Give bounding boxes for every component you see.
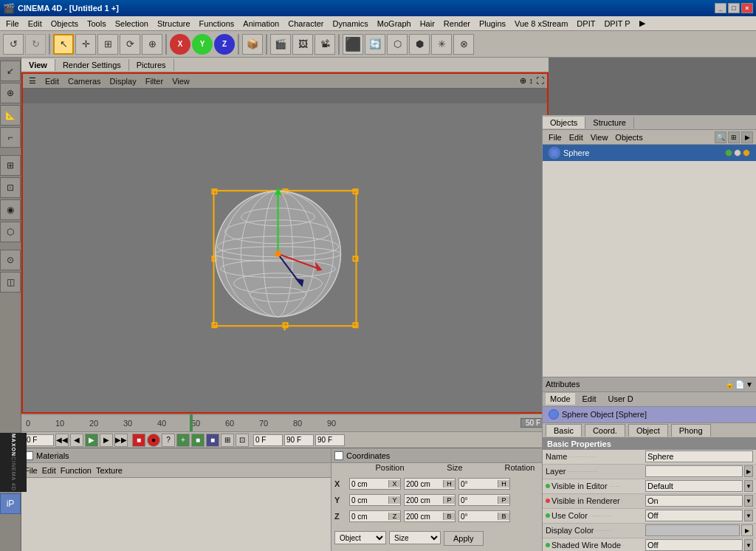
rec-btn[interactable]: ● [147, 434, 160, 447]
frame-start-input[interactable] [24, 434, 54, 446]
sidebar-btn-1[interactable]: ↙ [0, 61, 21, 81]
menu-dpitp[interactable]: DPIT P [599, 18, 634, 30]
attr-userd-btn[interactable]: User D [604, 393, 638, 405]
sidebar-btn-9[interactable]: ⊙ [0, 250, 21, 270]
axis-z[interactable]: Z [214, 34, 235, 55]
vp-menu-view[interactable]: View [169, 77, 193, 86]
frame-end-input[interactable] [284, 434, 314, 446]
sidebar-btn-7[interactable]: ◉ [0, 199, 21, 220]
filter-icon[interactable]: ⊞ [728, 131, 740, 143]
redo-button[interactable]: ↻ [25, 34, 46, 55]
render-btn3[interactable]: 📽 [315, 34, 335, 55]
layer-arrow[interactable]: ▶ [744, 465, 753, 477]
display-color-swatch[interactable] [645, 524, 740, 536]
pos-y-input[interactable] [350, 494, 388, 506]
shaded-wire-mode-arrow[interactable]: ▼ [744, 539, 753, 551]
menu-tools[interactable]: Tools [83, 18, 111, 30]
pb-btn7[interactable]: ⊞ [221, 434, 234, 447]
display-color-arrow[interactable]: ▶ [741, 524, 753, 536]
pos-x-arrow[interactable]: X [388, 480, 400, 487]
menu-dynamics[interactable]: Dynamics [329, 18, 373, 30]
dot-extra[interactable] [743, 149, 750, 157]
undo-button[interactable]: ↺ [3, 34, 24, 55]
attr-tab-coord[interactable]: Coord. [585, 424, 625, 437]
render-region[interactable]: 📦 [242, 34, 263, 55]
render-btn2[interactable]: 🖼 [292, 34, 313, 55]
layer-field[interactable] [645, 465, 743, 477]
sidebar-btn-4[interactable]: ⌐ [0, 127, 21, 148]
rot-x-input[interactable] [459, 478, 498, 490]
play-button[interactable]: ▶ [85, 434, 98, 447]
tab-render-settings[interactable]: Render Settings [55, 59, 129, 71]
menu-objects[interactable]: Objects [47, 18, 83, 30]
tool-rotate[interactable]: ⟳ [120, 34, 140, 55]
attr-tab-phong[interactable]: Phong [671, 424, 711, 437]
vp-move-icon[interactable]: ⊕ [520, 76, 526, 86]
maximize-button[interactable]: □ [728, 3, 740, 13]
axis-x[interactable]: X [170, 34, 190, 55]
prev-frame[interactable]: ◀ [70, 434, 83, 447]
list-item-sphere[interactable]: Sphere [543, 145, 756, 161]
sidebar-btn-ip[interactable]: iP [0, 493, 21, 514]
tab-objects[interactable]: Objects [543, 117, 585, 129]
handle-br[interactable] [353, 322, 359, 328]
next-keyframe[interactable]: ▶▶ [114, 434, 128, 447]
pos-y-arrow[interactable]: Y [388, 496, 400, 504]
menu-structure[interactable]: Structure [153, 18, 195, 30]
mat-edit[interactable]: Edit [42, 466, 56, 475]
rot-y-arrow[interactable]: P [498, 496, 509, 504]
search-icon[interactable]: 🔍 [715, 131, 726, 143]
menu-mograph[interactable]: MoGraph [373, 18, 416, 30]
handle-mr[interactable] [353, 256, 359, 261]
mat-function[interactable]: Function [61, 466, 92, 475]
vp-menu-filter[interactable]: Filter [142, 77, 166, 86]
vp-menu-cameras[interactable]: Cameras [65, 77, 104, 86]
menu-dpit[interactable]: DPIT [572, 18, 599, 30]
sidebar-btn-10[interactable]: ◫ [0, 272, 21, 292]
rot-z-input[interactable] [459, 510, 498, 522]
attr-tab-basic[interactable]: Basic [546, 424, 582, 437]
use-color-arrow[interactable]: ▼ [744, 510, 753, 521]
pb-btn8[interactable]: ⊡ [236, 434, 249, 447]
pos-x-input[interactable] [350, 478, 388, 490]
expand-icon[interactable]: ▶ [741, 131, 753, 143]
stop-btn[interactable]: ■ [132, 434, 145, 447]
view-btn6[interactable]: ⊗ [453, 34, 474, 55]
tool-move[interactable]: ✛ [75, 34, 96, 55]
menu-vue[interactable]: Vue 8 xStream [510, 18, 572, 30]
prev-keyframe[interactable]: ◀◀ [55, 434, 69, 447]
tab-pictures[interactable]: Pictures [129, 59, 174, 71]
visible-renderer-arrow[interactable]: ▼ [744, 495, 753, 507]
dot-render-visible[interactable] [734, 149, 741, 157]
timeline-ruler[interactable]: 0 10 20 30 40 50 60 70 80 90 [24, 414, 520, 431]
size-z-arrow[interactable]: B [443, 513, 455, 520]
menu-more[interactable]: ▶ [635, 17, 650, 30]
name-input[interactable] [645, 451, 753, 462]
mat-texture[interactable]: Texture [96, 466, 123, 475]
rot-z-arrow[interactable]: B [498, 513, 509, 520]
size-y-input[interactable] [405, 494, 443, 506]
attr-tab-object[interactable]: Object [628, 424, 668, 437]
tab-view[interactable]: View [21, 59, 55, 71]
tool-scale[interactable]: ⊞ [97, 34, 118, 55]
size-y-arrow[interactable]: P [443, 496, 455, 504]
attr-page-icon[interactable]: 📄 [735, 380, 744, 389]
view-btn3[interactable]: ⬡ [387, 34, 408, 55]
menu-hair[interactable]: Hair [416, 18, 439, 30]
menu-animation[interactable]: Animation [238, 18, 284, 30]
handle-tr[interactable] [353, 188, 359, 194]
frame-current-input[interactable] [253, 434, 283, 446]
menu-selection[interactable]: Selection [111, 18, 153, 30]
attr-arrow-icon[interactable]: ▼ [746, 380, 753, 389]
vp-fullscreen-icon[interactable]: ⛶ [536, 76, 544, 86]
frame-total-input[interactable] [315, 434, 345, 446]
attr-lock-icon[interactable]: 🔒 [725, 380, 734, 389]
coords-checkbox[interactable] [334, 451, 343, 460]
pb-btn6[interactable]: ■ [206, 434, 219, 447]
coord-mode-select[interactable]: Object [334, 531, 386, 544]
menu-render[interactable]: Render [439, 18, 475, 30]
next-frame[interactable]: ▶ [100, 434, 113, 447]
pb-btn4[interactable]: + [176, 434, 190, 447]
obj-file[interactable]: File [546, 133, 565, 142]
axis-y[interactable]: Y [192, 34, 213, 55]
